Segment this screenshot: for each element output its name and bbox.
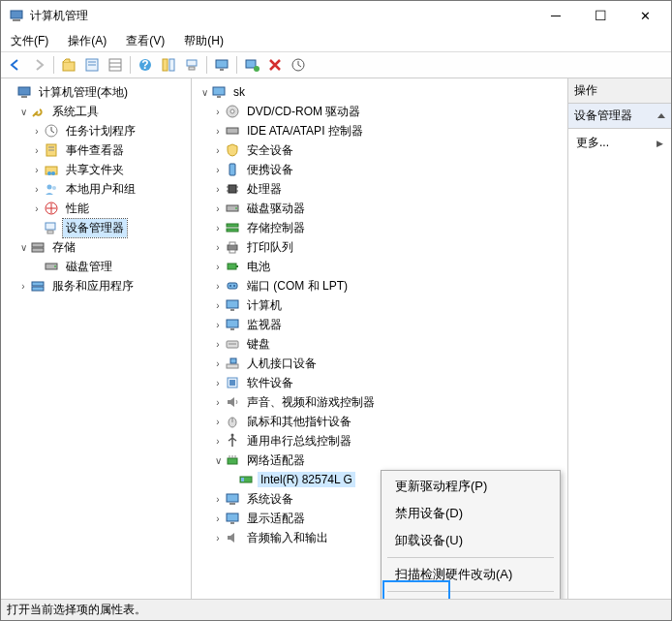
actions-more[interactable]: 更多... ▶ [568, 129, 671, 157]
svg-text:?: ? [141, 58, 148, 72]
cm-separator [387, 557, 554, 558]
menu-file[interactable]: 文件(F) [5, 31, 54, 51]
svg-rect-76 [228, 458, 237, 464]
back-button[interactable] [5, 54, 26, 76]
up-button[interactable] [58, 54, 79, 76]
software-icon [225, 375, 240, 390]
svg-rect-21 [21, 96, 27, 98]
computer-icon [225, 297, 240, 313]
svg-point-52 [235, 207, 237, 209]
svg-point-75 [231, 434, 234, 437]
node-ide[interactable]: ›IDE ATA/ATAPI 控制器 [194, 121, 565, 140]
node-computer-mgmt[interactable]: 计算机管理(本地) [3, 82, 189, 102]
svg-point-27 [47, 171, 51, 175]
cm-disable[interactable]: 禁用设备(D) [383, 500, 558, 527]
node-local-users[interactable]: › 本地用户和组 [3, 179, 189, 199]
node-sound[interactable]: ›声音、视频和游戏控制器 [194, 392, 565, 412]
usb-icon [225, 433, 240, 449]
node-print-queue[interactable]: ›打印队列 [194, 237, 565, 257]
svg-rect-63 [227, 300, 238, 308]
svg-rect-56 [229, 242, 235, 245]
minimize-button[interactable]: ─ [534, 1, 578, 30]
svg-rect-82 [227, 494, 238, 502]
svg-rect-81 [241, 478, 244, 481]
svg-rect-33 [47, 231, 53, 233]
monitor-button[interactable] [211, 54, 232, 76]
node-cpu[interactable]: ›处理器 [194, 179, 565, 199]
svg-rect-41 [217, 96, 221, 98]
node-event-viewer[interactable]: › 事件查看器 [3, 140, 189, 160]
storage-ctrl-icon [225, 220, 240, 235]
node-storage-ctrl[interactable]: ›存储控制器 [194, 218, 565, 237]
svg-rect-64 [230, 309, 234, 311]
security-icon [225, 142, 240, 158]
forward-button[interactable] [28, 54, 49, 76]
node-disk-mgmt[interactable]: 磁盘管理 [3, 257, 189, 276]
node-dvd[interactable]: ›DVD/CD-ROM 驱动器 [194, 102, 565, 121]
node-shared-folders[interactable]: › 共享文件夹 [3, 160, 189, 179]
toolbar-separator [206, 56, 207, 74]
properties-button[interactable] [81, 54, 103, 76]
delete-button[interactable] [264, 54, 286, 76]
cm-properties[interactable]: 属性 [383, 595, 558, 599]
menu-action[interactable]: 操作(A) [62, 31, 112, 51]
node-netadapter[interactable]: ∨网络适配器 [194, 450, 565, 470]
node-keyboard[interactable]: ›键盘 [194, 334, 565, 354]
node-hid[interactable]: ›人机接口设备 [194, 354, 565, 373]
cm-scan[interactable]: 扫描检测硬件改动(A) [383, 561, 558, 588]
context-menu: 更新驱动程序(P) 禁用设备(D) 卸载设备(U) 扫描检测硬件改动(A) 属性 [381, 470, 561, 599]
svg-rect-60 [228, 283, 237, 289]
display-icon [225, 511, 240, 526]
svg-rect-17 [246, 60, 256, 68]
node-security[interactable]: ›安全设备 [194, 140, 565, 160]
svg-rect-14 [189, 67, 195, 70]
clock-icon [44, 123, 59, 139]
tile-button[interactable] [158, 54, 179, 76]
left-tree[interactable]: 计算机管理(本地) ∨ 系统工具 › 任务计划程序 › 事件查看器 [3, 82, 189, 295]
status-text: 打开当前选择项的属性表。 [7, 602, 146, 618]
node-battery[interactable]: ›电池 [194, 257, 565, 276]
node-services[interactable]: › 服务和应用程序 [3, 276, 189, 295]
svg-rect-70 [230, 358, 236, 363]
menu-view[interactable]: 查看(V) [120, 31, 170, 51]
node-monitor[interactable]: ›监视器 [194, 315, 565, 334]
maximize-button[interactable]: ☐ [578, 1, 623, 30]
node-software[interactable]: ›软件设备 [194, 373, 565, 392]
cm-update-driver[interactable]: 更新驱动程序(P) [383, 473, 558, 500]
actions-subheader[interactable]: 设备管理器 [568, 104, 671, 129]
shared-folder-icon [44, 162, 59, 177]
close-button[interactable]: ✕ [623, 1, 667, 30]
node-root-computer[interactable]: ∨sk [194, 82, 565, 102]
node-disk[interactable]: ›磁盘驱动器 [194, 199, 565, 218]
svg-rect-46 [229, 185, 236, 193]
help-button[interactable]: ? [135, 54, 156, 76]
svg-rect-59 [236, 265, 238, 267]
system-dev-icon [225, 491, 240, 507]
nic-icon [238, 472, 254, 487]
node-ports[interactable]: ›端口 (COM 和 LPT) [194, 276, 565, 295]
printer-icon [225, 239, 240, 255]
svg-rect-65 [227, 320, 238, 327]
menu-help[interactable]: 帮助(H) [178, 31, 229, 51]
scan-button[interactable] [241, 54, 262, 76]
refresh-button[interactable] [288, 54, 309, 76]
node-storage[interactable]: ∨ 存储 [3, 237, 189, 257]
svg-rect-6 [109, 59, 121, 71]
node-system-tools[interactable]: ∨ 系统工具 [3, 102, 189, 121]
svg-rect-11 [163, 59, 168, 71]
cm-uninstall[interactable]: 卸载设备(U) [383, 527, 558, 554]
node-portable[interactable]: ›便携设备 [194, 160, 565, 179]
node-task-scheduler[interactable]: › 任务计划程序 [3, 121, 189, 140]
svg-rect-2 [63, 62, 75, 71]
node-device-manager[interactable]: 设备管理器 [3, 218, 189, 237]
audio-icon [225, 530, 240, 545]
node-mouse[interactable]: ›鼠标和其他指针设备 [194, 412, 565, 431]
cpu-icon [225, 181, 240, 197]
node-usb[interactable]: ›通用串行总线控制器 [194, 431, 565, 450]
device-button[interactable] [181, 54, 202, 76]
svg-rect-72 [229, 380, 235, 386]
node-performance[interactable]: › 性能 [3, 199, 189, 218]
list-view-button[interactable] [105, 54, 126, 76]
svg-point-18 [254, 66, 260, 72]
node-computer[interactable]: ›计算机 [194, 295, 565, 315]
